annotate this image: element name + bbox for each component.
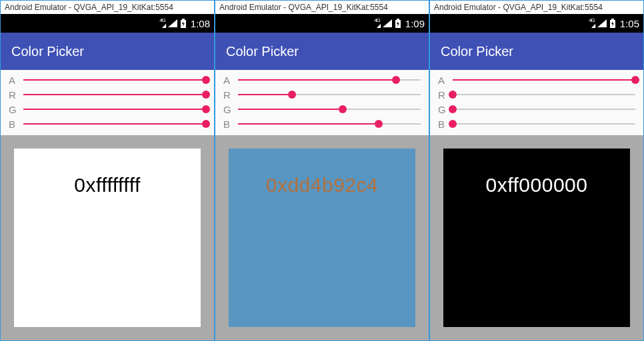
svg-rect-1 (182, 19, 185, 20)
slider-row-red: R (438, 87, 635, 102)
app-bar: Color Picker (430, 33, 643, 70)
green-slider[interactable] (238, 104, 421, 115)
blue-slider[interactable] (238, 119, 421, 129)
network-4g-icon: 4G◢ (374, 18, 380, 29)
app-title: Color Picker (441, 44, 513, 59)
hex-value: 0xdd4b92c4 (266, 174, 378, 327)
emulator-window: Android Emulator - QVGA_API_19_KitKat:55… (215, 0, 429, 341)
alpha-slider[interactable] (23, 75, 206, 85)
blue-slider[interactable] (453, 119, 635, 129)
alpha-slider[interactable] (453, 75, 635, 85)
slider-label: B (9, 119, 18, 130)
slider-label: G (223, 104, 233, 115)
svg-rect-3 (397, 19, 399, 20)
hex-value: 0xff000000 (486, 174, 588, 327)
slider-label: A (438, 75, 447, 86)
slider-row-red: R (9, 87, 206, 102)
slider-label: G (9, 104, 18, 115)
blue-slider[interactable] (23, 119, 206, 129)
status-bar: 4G◢ 1:09 (215, 14, 429, 33)
app-bar: Color Picker (1, 33, 214, 70)
emulator-window: Android Emulator - QVGA_API_19_KitKat:55… (429, 0, 644, 341)
network-4g-icon: 4G◢ (159, 18, 165, 29)
slider-thumb-icon[interactable] (202, 120, 210, 128)
slider-thumb-icon[interactable] (449, 120, 457, 128)
color-preview: 0xdd4b92c4 (229, 149, 415, 327)
slider-row-alpha: A (438, 73, 635, 87)
slider-thumb-icon[interactable] (202, 76, 210, 84)
network-4g-icon: 4G◢ (589, 18, 595, 29)
slider-row-blue: B (223, 117, 421, 131)
slider-row-green: G (438, 102, 635, 117)
slider-row-green: G (223, 102, 421, 117)
status-clock: 1:05 (620, 18, 639, 29)
slider-label: R (223, 89, 233, 101)
slider-label: A (9, 75, 18, 86)
battery-charging-icon (609, 19, 616, 28)
slider-thumb-icon[interactable] (375, 120, 383, 128)
slider-row-alpha: A (223, 73, 421, 87)
signal-icon (597, 19, 607, 27)
slider-thumb-icon[interactable] (449, 91, 457, 99)
slider-label: R (438, 89, 447, 101)
emulator-window: Android Emulator - QVGA_API_19_KitKat:55… (0, 0, 215, 341)
color-preview: 0xffffffff (14, 149, 201, 327)
red-slider[interactable] (238, 89, 421, 100)
window-title: Android Emulator - QVGA_API_19_KitKat:55… (1, 1, 214, 14)
svg-rect-5 (611, 19, 614, 20)
slider-panel: A R G B (1, 70, 214, 135)
slider-thumb-icon[interactable] (202, 91, 210, 99)
slider-label: A (223, 75, 233, 86)
slider-thumb-icon[interactable] (288, 91, 296, 99)
preview-area: 0xdd4b92c4 (215, 135, 429, 340)
hex-value: 0xffffffff (74, 174, 141, 327)
window-title: Android Emulator - QVGA_API_19_KitKat:55… (430, 1, 643, 14)
signal-icon (383, 19, 392, 27)
status-clock: 1:08 (191, 18, 210, 29)
slider-thumb-icon[interactable] (392, 76, 400, 84)
slider-label: B (438, 119, 447, 130)
battery-charging-icon (395, 19, 401, 28)
signal-icon (168, 19, 177, 27)
slider-label: B (223, 119, 233, 130)
slider-label: R (9, 89, 18, 101)
status-bar: 4G◢ 1:08 (1, 14, 214, 33)
window-title: Android Emulator - QVGA_API_19_KitKat:55… (215, 1, 429, 14)
battery-charging-icon (180, 19, 187, 28)
red-slider[interactable] (453, 89, 635, 100)
slider-row-red: R (223, 87, 421, 102)
slider-thumb-icon[interactable] (449, 105, 457, 113)
slider-panel: A R G B (215, 70, 429, 135)
green-slider[interactable] (453, 104, 635, 115)
slider-row-blue: B (438, 117, 635, 131)
alpha-slider[interactable] (238, 75, 421, 85)
green-slider[interactable] (23, 104, 206, 115)
status-bar: 4G◢ 1:05 (430, 14, 643, 33)
slider-row-blue: B (9, 117, 206, 131)
slider-row-alpha: A (9, 73, 206, 87)
app-bar: Color Picker (215, 33, 429, 70)
slider-panel: A R G B (430, 70, 643, 135)
app-title: Color Picker (11, 44, 84, 59)
slider-row-green: G (9, 102, 206, 117)
red-slider[interactable] (23, 89, 206, 100)
status-clock: 1:09 (405, 18, 425, 29)
preview-area: 0xffffffff (1, 135, 214, 340)
slider-thumb-icon[interactable] (339, 105, 347, 113)
slider-thumb-icon[interactable] (202, 105, 210, 113)
slider-thumb-icon[interactable] (631, 76, 639, 84)
slider-label: G (438, 104, 447, 115)
preview-area: 0xff000000 (430, 135, 643, 340)
app-title: Color Picker (226, 44, 299, 59)
color-preview: 0xff000000 (443, 149, 630, 327)
